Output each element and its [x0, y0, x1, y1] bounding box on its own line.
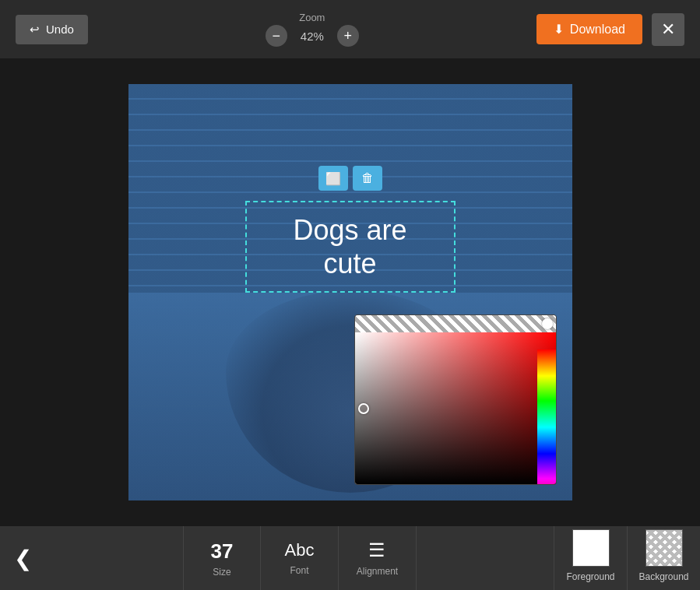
text-overlay[interactable]: Dogs arecute	[245, 201, 456, 293]
font-icon: Abc	[285, 540, 315, 560]
size-tool[interactable]: 37 Size	[183, 526, 261, 590]
back-icon: ❮	[14, 546, 32, 571]
alpha-bar[interactable]	[355, 315, 556, 332]
resize-icon: ⬜	[325, 171, 341, 186]
bottom-tools: 37 Size Abc Font ☰ Alignment	[46, 526, 554, 590]
zoom-in-button[interactable]: +	[337, 25, 359, 47]
zoom-controls: − 42% +	[266, 25, 359, 47]
font-label: Font	[290, 565, 308, 576]
undo-label: Undo	[46, 23, 74, 36]
zoom-area: Zoom − 42% +	[266, 12, 359, 47]
font-tool[interactable]: Abc Font	[261, 526, 339, 590]
color-picker-inner	[355, 332, 556, 484]
trash-icon: 🗑	[361, 171, 374, 185]
alpha-handle[interactable]	[542, 318, 553, 329]
delete-text-button[interactable]: 🗑	[353, 166, 382, 191]
alignment-label: Alignment	[357, 566, 398, 577]
resize-text-button[interactable]: ⬜	[318, 166, 348, 191]
bottom-toolbar: ❮ 37 Size Abc Font ☰ Alignment Foregroun…	[0, 526, 700, 590]
size-value: 37	[211, 539, 234, 564]
undo-button[interactable]: ↩ Undo	[16, 15, 88, 44]
image-container: ⬜ 🗑 Dogs arecute	[128, 84, 572, 500]
hue-bar[interactable]	[537, 349, 556, 485]
alignment-icon: ☰	[368, 539, 386, 561]
alignment-tool[interactable]: ☰ Alignment	[339, 526, 417, 590]
foreground-color-box	[572, 529, 610, 567]
canvas-area: ⬜ 🗑 Dogs arecute	[0, 58, 700, 526]
close-icon: ✕	[661, 19, 675, 40]
download-label: Download	[570, 23, 625, 37]
text-toolbar: ⬜ 🗑	[318, 166, 382, 191]
size-label: Size	[213, 567, 230, 578]
download-icon: ⬇	[554, 22, 564, 37]
zoom-value: 42%	[297, 30, 328, 43]
foreground-label: Foreground	[566, 571, 614, 582]
top-toolbar: ↩ Undo Zoom − 42% + ⬇ Download ✕	[0, 0, 700, 58]
undo-icon: ↩	[30, 23, 40, 37]
color-swatches: Foreground Background	[554, 526, 700, 590]
foreground-swatch[interactable]: Foreground	[554, 526, 627, 590]
background-swatch[interactable]: Background	[628, 526, 700, 590]
background-color-box	[645, 529, 683, 567]
close-button[interactable]: ✕	[652, 13, 684, 46]
saturation-brightness-field[interactable]	[355, 332, 556, 484]
zoom-out-button[interactable]: −	[266, 25, 287, 47]
download-button[interactable]: ⬇ Download	[536, 14, 642, 44]
back-button[interactable]: ❮	[0, 526, 46, 590]
color-picker-popup[interactable]	[354, 314, 557, 485]
zoom-label: Zoom	[266, 12, 359, 23]
text-content: Dogs arecute	[270, 213, 431, 280]
background-label: Background	[638, 571, 688, 582]
color-handle-left[interactable]	[358, 403, 369, 414]
